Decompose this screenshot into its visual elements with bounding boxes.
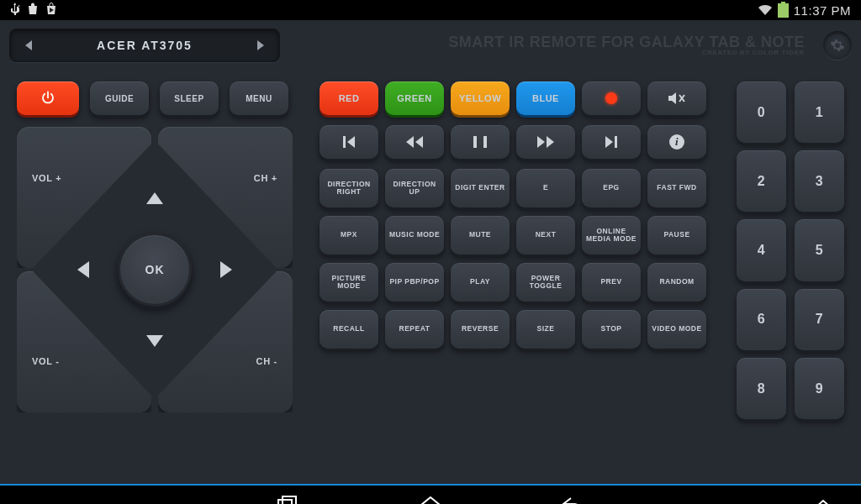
home-icon xyxy=(419,495,442,504)
info-button[interactable]: i xyxy=(647,125,706,159)
forward-icon xyxy=(537,136,554,148)
recent-apps-button[interactable] xyxy=(275,491,300,504)
fn-button-random[interactable]: RANDOM xyxy=(647,263,706,302)
sleep-button[interactable]: SLEEP xyxy=(160,81,219,115)
back-button[interactable] xyxy=(561,491,586,504)
chevron-up-icon xyxy=(813,498,833,504)
fn-button-pip-pbp-pop[interactable]: PIP PBP/POP xyxy=(385,263,444,302)
dpad-right-button[interactable] xyxy=(196,239,256,300)
gear-icon xyxy=(830,38,845,53)
fn-button-picture-mode[interactable]: PICTURE MODE xyxy=(320,263,378,302)
yellow-button[interactable]: YELLOW xyxy=(451,81,510,115)
numpad-0[interactable]: 0 xyxy=(737,81,786,143)
mute-button[interactable] xyxy=(647,81,706,115)
numpad-4[interactable]: 4 xyxy=(737,219,786,281)
svg-rect-0 xyxy=(278,500,292,504)
numpad-5[interactable]: 5 xyxy=(795,219,844,281)
skip-next-icon xyxy=(605,136,617,148)
guide-button[interactable]: GUIDE xyxy=(90,81,149,115)
arrow-down-icon xyxy=(146,335,163,347)
info-icon: i xyxy=(669,134,684,150)
green-button[interactable]: GREEN xyxy=(385,81,444,115)
numpad-9[interactable]: 9 xyxy=(795,358,844,419)
ok-button[interactable]: OK xyxy=(118,233,192,307)
fn-button-size[interactable]: SIZE xyxy=(516,310,575,349)
usb-icon xyxy=(10,3,20,18)
fn-button-direction-right[interactable]: DIRECTION RIGHT xyxy=(320,169,378,207)
device-prev-button[interactable] xyxy=(13,33,44,58)
rewind-icon xyxy=(406,136,423,148)
fn-button-repeat[interactable]: REPEAT xyxy=(385,310,444,349)
fn-button-mute[interactable]: MUTE xyxy=(451,216,510,255)
home-button[interactable] xyxy=(418,491,443,504)
device-next-button[interactable] xyxy=(246,33,276,58)
fn-button-epg[interactable]: EPG xyxy=(582,169,641,207)
fn-button-prev[interactable]: PREV xyxy=(582,263,641,302)
numpad-3[interactable]: 3 xyxy=(795,150,844,212)
power-icon xyxy=(40,91,55,106)
red-button[interactable]: RED xyxy=(320,81,378,115)
blue-button[interactable]: BLUE xyxy=(516,81,575,115)
numpad-1[interactable]: 1 xyxy=(795,81,844,143)
shopping-bag-icon xyxy=(27,3,39,18)
numpad-8[interactable]: 8 xyxy=(737,358,786,419)
wifi-icon xyxy=(758,4,773,16)
dpad-left-button[interactable] xyxy=(53,239,114,300)
arrow-up-icon xyxy=(146,192,163,204)
device-name[interactable]: ACER AT3705 xyxy=(44,33,246,58)
menu-button[interactable]: MENU xyxy=(230,81,288,115)
app-title: SMART IR REMOTE FOR GALAXY TAB & NOTE CR… xyxy=(448,34,805,56)
numpad-2[interactable]: 2 xyxy=(737,150,786,212)
back-icon xyxy=(561,496,586,504)
power-button[interactable] xyxy=(17,81,79,115)
arrow-left-icon xyxy=(77,261,89,278)
record-icon xyxy=(605,92,617,104)
fn-button-next[interactable]: NEXT xyxy=(516,216,575,255)
rewind-button[interactable] xyxy=(385,125,444,159)
expand-button[interactable] xyxy=(811,491,836,504)
fn-button-stop[interactable]: STOP xyxy=(582,310,641,349)
play-store-icon xyxy=(45,3,57,18)
fn-button-digit-enter[interactable]: DIGIT ENTER xyxy=(451,169,510,207)
fn-button-music-mode[interactable]: MUSIC MODE xyxy=(385,216,444,255)
fn-button-online-media-mode[interactable]: ONLINE MEDIA MODE xyxy=(582,216,641,255)
fn-button-fast-fwd[interactable]: FAST FWD xyxy=(647,169,706,207)
skip-next-button[interactable] xyxy=(582,125,641,159)
numpad-7[interactable]: 7 xyxy=(795,289,844,350)
fn-button-recall[interactable]: RECALL xyxy=(320,310,378,349)
fn-button-pause[interactable]: PAUSE xyxy=(647,216,706,255)
dpad-up-button[interactable] xyxy=(124,168,185,228)
record-button[interactable] xyxy=(582,81,641,115)
mute-icon xyxy=(668,92,686,105)
settings-button[interactable] xyxy=(823,31,852,60)
clock: 11:37 PM xyxy=(794,3,851,18)
recent-apps-icon xyxy=(277,495,298,504)
skip-prev-button[interactable] xyxy=(320,125,378,159)
skip-prev-icon xyxy=(343,136,355,148)
battery-icon xyxy=(778,3,789,18)
fn-button-power-toggle[interactable]: POWER TOGGLE xyxy=(516,263,575,302)
arrow-right-icon xyxy=(220,261,232,278)
fn-button-reverse[interactable]: REVERSE xyxy=(451,310,510,349)
forward-button[interactable] xyxy=(516,125,575,159)
dpad-down-button[interactable] xyxy=(124,311,185,371)
fn-button-mpx[interactable]: MPX xyxy=(320,216,378,255)
fn-button-play[interactable]: PLAY xyxy=(451,263,510,302)
pause-icon xyxy=(473,136,487,148)
fn-button-direction-up[interactable]: DIRECTION UP xyxy=(385,169,444,207)
numpad-6[interactable]: 6 xyxy=(737,289,786,350)
fn-button-video-mode[interactable]: VIDEO MODE xyxy=(647,310,706,349)
fn-button-e[interactable]: E xyxy=(516,169,575,207)
pause-button[interactable] xyxy=(451,125,510,159)
